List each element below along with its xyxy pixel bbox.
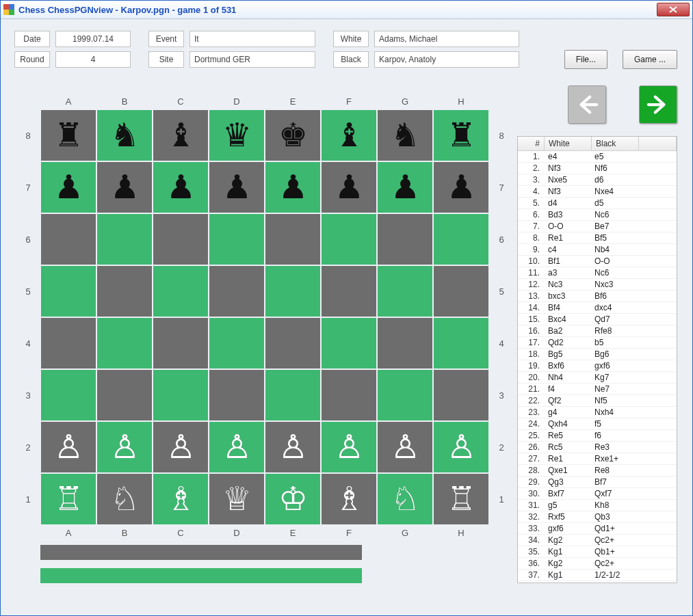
square[interactable]: ♖ (41, 474, 96, 524)
square[interactable]: ♚ (265, 110, 320, 161)
square[interactable] (209, 214, 264, 265)
square[interactable]: ♟ (153, 162, 208, 213)
move-row[interactable]: 26.Rc5Re3 (518, 442, 677, 453)
square[interactable] (153, 370, 208, 420)
square[interactable]: ♟ (97, 162, 152, 213)
field-black[interactable]: Karpov, Anatoly (374, 51, 519, 68)
field-date[interactable]: 1999.07.14 (55, 31, 131, 47)
move-list-body[interactable]: 1.e4e52.Nf3Nf63.Nxe5d64.Nf3Nxe45.d4d56.B… (518, 151, 677, 582)
move-row[interactable]: 35.Kg1Qb1+ (518, 546, 677, 558)
move-row[interactable]: 20.Nh4Kg7 (518, 372, 677, 384)
move-row[interactable]: 34.Kg2Qc2+ (518, 535, 677, 546)
move-row[interactable]: 5.d4d5 (518, 198, 677, 209)
square[interactable]: ♖ (434, 474, 488, 524)
square[interactable] (434, 266, 488, 317)
move-row[interactable]: 28.Qxe1Re8 (518, 465, 677, 477)
square[interactable]: ♟ (265, 162, 320, 213)
move-row[interactable]: 17.Qd2b5 (518, 337, 677, 349)
move-row[interactable]: 14.Bf4dxc4 (518, 302, 677, 314)
move-row[interactable]: 8.Re1Bf5 (518, 232, 677, 244)
square[interactable] (378, 214, 432, 265)
square[interactable]: ♟ (41, 162, 96, 213)
square[interactable]: ♙ (41, 422, 96, 472)
square[interactable]: ♟ (209, 162, 264, 213)
close-button[interactable] (657, 3, 690, 16)
square[interactable] (434, 214, 488, 265)
square[interactable] (209, 266, 264, 317)
square[interactable] (97, 214, 152, 265)
move-row[interactable]: 2.Nf3Nf6 (518, 163, 677, 174)
move-row[interactable]: 9.c4Nb4 (518, 244, 677, 256)
game-button[interactable]: Game ... (623, 50, 677, 69)
move-row[interactable]: 3.Nxe5d6 (518, 174, 677, 186)
square[interactable]: ♘ (97, 474, 152, 524)
square[interactable] (153, 318, 208, 369)
move-row[interactable]: 36.Kg2Qc2+ (518, 558, 677, 570)
move-row[interactable]: 1.e4e5 (518, 151, 677, 163)
square[interactable]: ♙ (322, 422, 376, 472)
move-row[interactable]: 23.g4Nxh4 (518, 407, 677, 418)
square[interactable] (378, 266, 432, 317)
move-row[interactable]: 37.Kg11/2-1/2 (518, 570, 677, 581)
field-white[interactable]: Adams, Michael (374, 31, 519, 47)
square[interactable] (322, 214, 376, 265)
move-row[interactable]: 33.gxf6Qd1+ (518, 523, 677, 535)
square[interactable] (41, 370, 96, 420)
square[interactable] (265, 370, 320, 420)
move-row[interactable]: 18.Bg5Bg6 (518, 349, 677, 360)
square[interactable] (41, 266, 96, 317)
square[interactable]: ♟ (434, 162, 488, 213)
square[interactable]: ♝ (153, 110, 208, 161)
square[interactable] (434, 318, 488, 369)
square[interactable] (97, 370, 152, 420)
square[interactable]: ♟ (378, 162, 432, 213)
file-button[interactable]: File... (564, 50, 607, 69)
field-round[interactable]: 4 (55, 51, 131, 68)
move-row[interactable]: 30.Bxf7Qxf7 (518, 488, 677, 500)
square[interactable]: ♙ (153, 422, 208, 472)
square[interactable] (153, 214, 208, 265)
square[interactable] (209, 370, 264, 420)
square[interactable] (153, 266, 208, 317)
move-row[interactable]: 21.f4Ne7 (518, 384, 677, 395)
move-row[interactable]: 29.Qg3Bf7 (518, 477, 677, 488)
square[interactable]: ♘ (378, 474, 432, 524)
square[interactable] (41, 214, 96, 265)
square[interactable] (322, 370, 376, 420)
square[interactable]: ♞ (378, 110, 432, 161)
square[interactable] (378, 318, 432, 369)
square[interactable] (209, 318, 264, 369)
square[interactable] (265, 214, 320, 265)
move-row[interactable]: 12.Nc3Nxc3 (518, 279, 677, 291)
square[interactable] (322, 318, 376, 369)
square[interactable]: ♜ (41, 110, 96, 161)
move-row[interactable]: 15.Bxc4Qd7 (518, 314, 677, 325)
move-row[interactable]: 25.Re5f6 (518, 430, 677, 442)
square[interactable]: ♜ (434, 110, 488, 161)
square[interactable]: ♝ (322, 110, 376, 161)
move-list[interactable]: # White Black 1.e4e52.Nf3Nf63.Nxe5d64.Nf… (517, 136, 677, 583)
square[interactable]: ♙ (209, 422, 264, 472)
move-row[interactable]: 13.bxc3Bf6 (518, 291, 677, 302)
square[interactable]: ♙ (434, 422, 488, 472)
move-row[interactable]: 11.a3Nc6 (518, 267, 677, 279)
move-row[interactable]: 24.Qxh4f5 (518, 418, 677, 430)
square[interactable]: ♞ (97, 110, 152, 161)
square[interactable] (265, 318, 320, 369)
square[interactable]: ♗ (153, 474, 208, 524)
square[interactable] (434, 370, 488, 420)
square[interactable]: ♗ (322, 474, 376, 524)
move-row[interactable]: 19.Bxf6gxf6 (518, 360, 677, 372)
square[interactable]: ♛ (209, 110, 264, 161)
move-row[interactable]: 10.Bf1O-O (518, 256, 677, 267)
prev-move-button[interactable] (568, 85, 606, 124)
square[interactable] (322, 266, 376, 317)
square[interactable] (378, 370, 432, 420)
move-row[interactable]: 16.Ba2Rfe8 (518, 325, 677, 337)
next-move-button[interactable] (639, 85, 677, 124)
square[interactable]: ♙ (378, 422, 432, 472)
square[interactable] (265, 266, 320, 317)
square[interactable] (97, 266, 152, 317)
square[interactable]: ♙ (265, 422, 320, 472)
square[interactable]: ♔ (265, 474, 320, 524)
